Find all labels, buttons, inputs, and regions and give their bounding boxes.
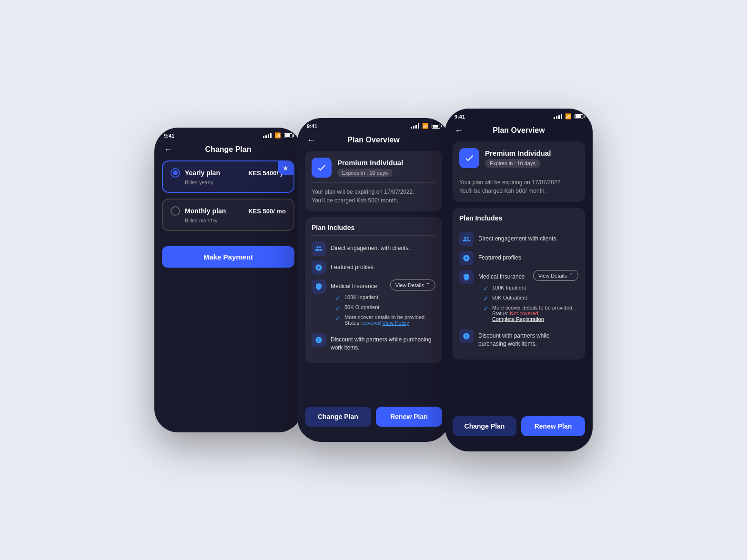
medical-icon-right <box>459 270 474 284</box>
status-bar-center: 9:41 📶 <box>297 118 450 132</box>
feature-profiles-center: Featured profiles <box>312 260 435 275</box>
more-details-item-center: ✓ More ccover details to be provided. St… <box>335 314 435 326</box>
bottom-buttons-right: Change Plan Renew Plan <box>453 411 585 441</box>
screen-left: ← Change Plan Yearly plan KES 5400/ yr B… <box>154 141 302 430</box>
profiles-text-right: Featured profiles <box>478 251 521 262</box>
yearly-plan-billing: Billed yearly <box>185 180 286 185</box>
view-details-button-center[interactable]: View Details ⌃ <box>390 280 435 290</box>
chevron-up-icon-center: ⌃ <box>426 282 430 288</box>
monthly-plan-billing: Billed monthly <box>185 218 286 223</box>
screen-title-right: Plan Overview <box>493 126 545 135</box>
renew-plan-button-center[interactable]: Renew Plan <box>376 407 442 427</box>
plan-title-right: Premium Individual <box>485 149 551 157</box>
change-plan-button-right[interactable]: Change Plan <box>453 416 516 436</box>
inpatient-check-right: ✓ <box>483 285 488 292</box>
plan-name-area-center: Premium Individual Expires in : 10 days <box>337 159 403 177</box>
header-center: ← Plan Overview <box>305 132 442 151</box>
plan-icon-center <box>312 158 332 178</box>
insurance-details-center: ✓ 100K Inpatient ✓ 50K Outpatient ✓ <box>331 294 435 326</box>
view-policy-link-center[interactable]: View Policy <box>383 320 409 326</box>
status-icons-left: 📶 <box>263 132 293 139</box>
back-button-right[interactable]: ← <box>453 124 465 138</box>
plan-includes-title-center: Plan Includes <box>312 224 435 236</box>
discount-text-center: Discount with partners while purchasing … <box>331 333 435 352</box>
phones-container: 9:41 📶 ← Change Plan <box>88 109 659 451</box>
plan-name-area-right: Premium Individual Expires in : 10 days <box>485 149 551 168</box>
battery-icon-center <box>432 124 440 129</box>
medical-text-right: Medical Insurance <box>478 270 525 281</box>
screen-title-center: Plan Overview <box>347 136 399 144</box>
status-not-covered-right: Not covered <box>510 310 538 316</box>
plan-overview-card-right: Premium Individual Expires in : 10 days … <box>453 141 585 202</box>
discount-text-right: Discount with partners while purchasing … <box>478 329 578 348</box>
outpatient-check-right: ✓ <box>483 295 488 302</box>
inpatient-check-center: ✓ <box>335 295 341 302</box>
expires-badge-center: Expires in : 10 days <box>337 169 393 177</box>
status-time-left: 9:41 <box>164 133 174 139</box>
inpatient-item-center: ✓ 100K Inpatient <box>335 294 435 302</box>
monthly-plan-price: KES 500/ mo <box>248 208 286 215</box>
more-check-right: ✓ <box>483 305 488 312</box>
feature-engagement-right: Direct engagement with clients. <box>459 232 578 246</box>
plan-overview-card-center: Premium Individual Expires in : 10 days … <box>305 151 442 211</box>
change-plan-button-center[interactable]: Change Plan <box>305 407 371 427</box>
outpatient-item-center: ✓ 50K Outpatient <box>335 304 435 312</box>
engagement-icon-center <box>312 241 326 256</box>
yearly-plan-name: Yearly plan <box>185 169 220 177</box>
back-button-center[interactable]: ← <box>305 133 317 147</box>
monthly-plan-card[interactable]: Monthly plan KES 500/ mo Billed monthly <box>162 199 294 231</box>
make-payment-button[interactable]: Make Payment <box>162 246 294 268</box>
wifi-icon-left: 📶 <box>274 132 281 139</box>
header-right: ← Plan Overview <box>453 122 585 141</box>
expires-badge-right: Expires in : 10 days <box>485 159 540 168</box>
monthly-plan-row: Monthly plan KES 500/ mo <box>171 206 286 216</box>
feature-medical-right: Medical Insurance View Details ⌃ ✓ 100K … <box>459 270 578 324</box>
inpatient-item-right: ✓ 100K Inpatient <box>483 285 578 292</box>
outpatient-item-right: ✓ 50K Outpatient <box>483 295 578 302</box>
medical-content-right: Medical Insurance View Details ⌃ ✓ 100K … <box>478 270 578 324</box>
plan-overview-header-center: Premium Individual Expires in : 10 days <box>312 158 435 178</box>
battery-icon-left <box>284 133 293 138</box>
view-details-label-center: View Details <box>395 282 424 288</box>
bottom-buttons-center: Change Plan Renew Plan <box>305 402 442 431</box>
medical-icon-center <box>312 280 326 294</box>
more-details-text-right: More ccover details to be provided. Stat… <box>492 305 574 322</box>
plan-description-right: Your plan will be expiring on 17/07/2022… <box>459 173 578 195</box>
left-phone: 9:41 📶 ← Change Plan <box>154 128 302 432</box>
yearly-plan-card[interactable]: Yearly plan KES 5400/ yr Billed yearly ★ <box>162 160 294 193</box>
feature-discount-center: Discount with partners while purchasing … <box>312 333 435 352</box>
status-icons-center: 📶 <box>411 123 440 129</box>
status-covered-center: covered <box>362 320 381 326</box>
wifi-icon-right: 📶 <box>565 113 572 120</box>
discount-icon-right <box>459 329 474 343</box>
status-time-center: 9:41 <box>307 123 317 129</box>
view-details-label-right: View Details <box>538 273 567 279</box>
more-check-center: ✓ <box>335 315 341 322</box>
medical-row-right: Medical Insurance View Details ⌃ <box>478 270 578 281</box>
screen-title-left: Change Plan <box>205 145 252 154</box>
engagement-icon-right <box>459 232 474 246</box>
engagement-text-right: Direct engagement with clients. <box>478 232 558 243</box>
screen-right: ← Plan Overview Premium Individual <box>445 122 593 449</box>
signal-icon-left <box>263 133 272 138</box>
more-details-item-right: ✓ More ccover details to be provided. St… <box>483 305 578 322</box>
signal-icon-right <box>554 114 562 119</box>
yearly-radio-inner <box>173 170 178 175</box>
complete-reg-link-right[interactable]: Complete Registration <box>492 316 544 322</box>
back-button-left[interactable]: ← <box>162 143 174 157</box>
insurance-details-right: ✓ 100K Inpatient ✓ 50K Outpatient ✓ <box>478 285 578 322</box>
chevron-up-icon-right: ⌃ <box>569 272 573 279</box>
yearly-radio-outer <box>171 168 180 178</box>
more-details-text-center: More ccover details to be provided. Stat… <box>344 314 426 326</box>
feature-discount-right: Discount with partners while purchasing … <box>459 329 578 348</box>
featured-star-badge: ★ <box>278 161 293 175</box>
screen-scrollable-center: Premium Individual Expires in : 10 days … <box>305 151 442 406</box>
screen-center: ← Plan Overview Premium Individual <box>297 132 450 439</box>
plan-icon-right <box>459 148 479 168</box>
signal-icon-center <box>411 123 419 129</box>
renew-plan-button-right[interactable]: Renew Plan <box>521 416 585 436</box>
profiles-icon-center <box>312 260 326 275</box>
feature-engagement-center: Direct engagement with clients. <box>312 241 435 256</box>
view-details-button-right[interactable]: View Details ⌃ <box>533 270 578 281</box>
status-icons-right: 📶 <box>554 113 583 120</box>
